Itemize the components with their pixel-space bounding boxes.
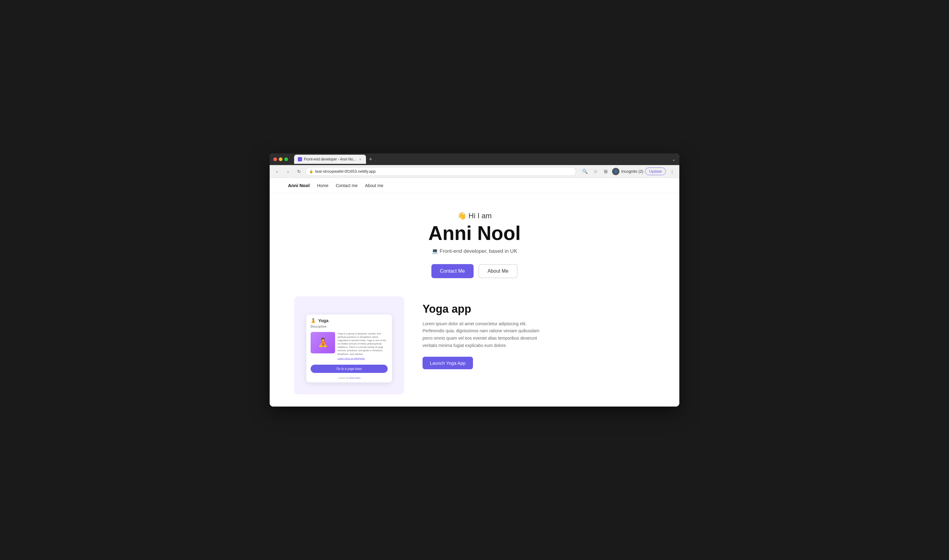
grid-icon[interactable]: ⊞ xyxy=(602,167,610,176)
hero-name: Anni Nool xyxy=(428,223,521,244)
tab-title: Front-end developer - Anni No... xyxy=(304,157,356,162)
tab-bar: Front-end developer - Anni No... ✕ + xyxy=(294,155,669,164)
project-title: Yoga app xyxy=(423,303,655,315)
contact-me-button[interactable]: Contact Me xyxy=(431,264,474,278)
hero-greeting: 👋 Hi I am xyxy=(457,212,492,220)
yoga-card-description: Yoga is a group of physical, mental, and… xyxy=(338,332,388,356)
nav-link-about[interactable]: About me xyxy=(365,183,383,188)
nav-link-contact[interactable]: Contact me xyxy=(336,183,358,188)
reload-button[interactable]: ↻ xyxy=(295,167,303,176)
shecodes-link[interactable]: SheCodes xyxy=(349,377,360,379)
yoga-class-button[interactable]: Go to a yoga class xyxy=(311,365,388,373)
yoga-header-icon: 🧘 xyxy=(311,318,316,323)
site-navbar: Anni Nool Home Contact me About me xyxy=(270,178,679,193)
yoga-card-image: 🧘 xyxy=(311,332,335,353)
tab-close-icon[interactable]: ✕ xyxy=(358,157,362,162)
url-text: teal-stroopwafel-0f1653.netlify.app xyxy=(315,169,376,174)
star-icon[interactable]: ☆ xyxy=(591,167,600,176)
browser-toolbar: ‹ › ↻ 🔒 teal-stroopwafel-0f1653.netlify.… xyxy=(270,165,679,178)
address-bar[interactable]: 🔒 teal-stroopwafel-0f1653.netlify.app xyxy=(306,167,576,176)
collapse-icon[interactable]: ⌄ xyxy=(672,157,676,162)
yoga-card-footer: Coded by SheCodes xyxy=(306,375,392,382)
hero-buttons: Contact Me About Me xyxy=(431,264,518,278)
yoga-footer-text: Coded by xyxy=(338,377,348,379)
reload-icon: ↻ xyxy=(297,169,301,174)
project-info: Yoga app Lorem ipsum dolor sit amet cons… xyxy=(423,297,655,369)
minimize-button[interactable] xyxy=(279,157,283,161)
menu-icon[interactable]: ⋮ xyxy=(668,167,676,176)
yoga-card-body: 🧘 Yoga is a group of physical, mental, a… xyxy=(306,329,392,362)
hero-section: 👋 Hi I am Anni Nool 💻 Front-end develope… xyxy=(270,193,679,290)
projects-section: 🧘 Yoga Discipline 🧘 Yoga is a group of p… xyxy=(270,291,679,406)
browser-titlebar: Front-end developer - Anni No... ✕ + ⌄ xyxy=(270,154,679,165)
browser-window: Front-end developer - Anni No... ✕ + ⌄ ‹… xyxy=(270,154,679,406)
yoga-app-card: 🧘 Yoga Discipline 🧘 Yoga is a group of p… xyxy=(306,315,392,382)
incognito-label: Incognito (2) xyxy=(621,169,643,174)
nav-link-home[interactable]: Home xyxy=(317,183,328,188)
update-button[interactable]: Update xyxy=(645,168,666,175)
incognito-badge: 👤 Incognito (2) xyxy=(612,168,643,175)
close-button[interactable] xyxy=(273,157,277,161)
toolbar-actions: 🔍 ☆ ⊞ 👤 Incognito (2) Update ⋮ xyxy=(581,167,676,176)
active-tab[interactable]: Front-end developer - Anni No... ✕ xyxy=(294,155,366,164)
back-icon: ‹ xyxy=(276,169,278,174)
site-content: Anni Nool Home Contact me About me 👋 Hi … xyxy=(270,178,679,406)
incognito-avatar: 👤 xyxy=(612,168,620,175)
site-logo: Anni Nool xyxy=(288,183,310,188)
forward-button[interactable]: › xyxy=(284,167,292,176)
maximize-button[interactable] xyxy=(285,157,288,161)
new-tab-button[interactable]: + xyxy=(367,156,374,163)
yoga-wikipedia-link[interactable]: Learn more on Wikipedia xyxy=(338,357,388,360)
about-me-button[interactable]: About Me xyxy=(478,264,518,278)
yoga-figure-icon: 🧘 xyxy=(318,337,328,348)
search-icon[interactable]: 🔍 xyxy=(581,167,589,176)
yoga-card-label: Discipline xyxy=(306,325,392,328)
project-description: Lorem ipsum dolor sit amet consectetur a… xyxy=(423,320,545,349)
project-preview-container: 🧘 Yoga Discipline 🧘 Yoga is a group of p… xyxy=(294,297,404,394)
back-button[interactable]: ‹ xyxy=(273,167,281,176)
yoga-card-text-block: Yoga is a group of physical, mental, and… xyxy=(338,332,388,360)
yoga-header-title: Yoga xyxy=(318,318,328,323)
launch-yoga-app-button[interactable]: Launch Yoga App xyxy=(423,357,473,369)
tab-favicon xyxy=(298,157,302,162)
forward-icon: › xyxy=(288,169,289,174)
traffic-lights xyxy=(273,157,288,161)
yoga-card-header: 🧘 Yoga xyxy=(306,315,392,325)
lock-icon: 🔒 xyxy=(309,169,314,173)
hero-subtitle: 💻 Front-end developer, based in UK xyxy=(432,248,517,254)
